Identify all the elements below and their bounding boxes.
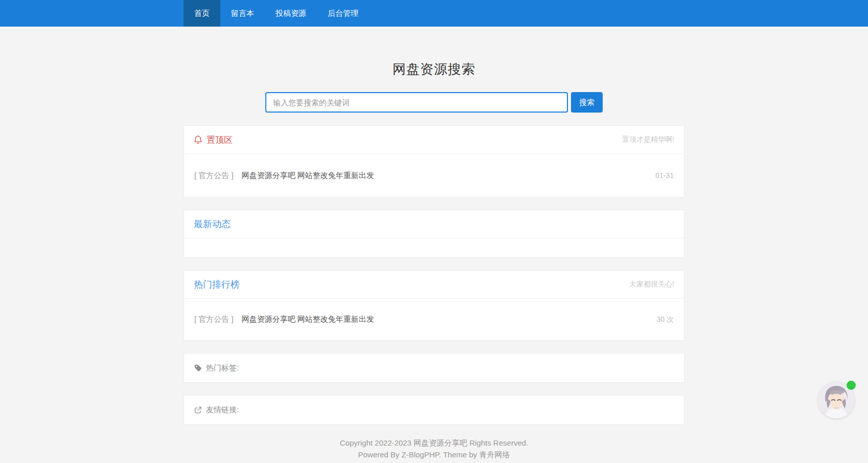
bell-icon [194,135,202,144]
links-row: 友情链接: [184,395,684,424]
nav-item-home[interactable]: 首页 [184,0,220,27]
search-input[interactable] [265,92,568,113]
panel-pinned-title-text: 置顶区 [207,134,233,146]
tag-icon [194,364,202,372]
panel-hot-hint: 大家都很关心! [629,280,674,289]
panel-latest-title: 最新动态 [194,218,231,230]
hot-list-item: [ 官方公告 ] 网盘资源分享吧 网站整改兔年重新出发 30 次 [184,299,684,340]
search-button[interactable]: 搜索 [571,92,603,113]
latest-empty-row [184,238,684,257]
panel-pinned: 置顶区 置顶才是精华啊! [ 官方公告 ] 网盘资源分享吧 网站整改兔年重新出发… [184,125,684,197]
panel-latest-header: 最新动态 [184,210,684,238]
online-status-dot [847,381,856,390]
panel-pinned-header: 置顶区 置顶才是精华啊! [184,126,684,154]
nav-item-submit-resource[interactable]: 投稿资源 [265,0,317,27]
panel-hot-title-text: 热门排行榜 [194,278,240,291]
post-title-link[interactable]: 网盘资源分享吧 网站整改兔年重新出发 [242,171,656,181]
links-label: 友情链接: [206,405,239,415]
footer: Copyright 2022-2023 网盘资源分享吧 Rights Reser… [184,437,684,460]
nav-menu: 首页 留言本 投稿资源 后台管理 [184,0,684,27]
post-title-link[interactable]: 网盘资源分享吧 网站整改兔年重新出发 [242,315,657,324]
nav-item-admin[interactable]: 后台管理 [317,0,369,27]
post-date: 01-31 [655,171,674,180]
chat-widget[interactable] [818,382,855,418]
panel-hot-header: 热门排行榜 大家都很关心! [184,271,684,299]
nav-item-guestbook[interactable]: 留言本 [220,0,265,27]
main-content: 置顶区 置顶才是精华啊! [ 官方公告 ] 网盘资源分享吧 网站整改兔年重新出发… [184,125,684,460]
external-link-icon [194,406,202,414]
panel-pinned-hint: 置顶才是精华啊! [622,135,674,144]
panel-links: 友情链接: [184,395,684,425]
post-view-count: 30 次 [657,315,674,324]
footer-copyright: Copyright 2022-2023 网盘资源分享吧 Rights Reser… [184,437,684,449]
footer-powered-by: Powered By Z-BlogPHP. Theme by 青舟网络 [184,449,684,460]
pinned-list-item: [ 官方公告 ] 网盘资源分享吧 网站整改兔年重新出发 01-31 [184,154,684,197]
panel-latest-title-text: 最新动态 [194,218,231,230]
tags-label: 热门标签: [206,363,239,373]
post-category: [ 官方公告 ] [194,171,234,181]
panel-hot-title: 热门排行榜 [194,278,240,291]
panel-tags: 热门标签: [184,353,684,383]
page-title: 网盘资源搜索 [0,27,868,78]
panel-latest: 最新动态 [184,210,684,258]
search-bar: 搜索 [0,92,868,113]
top-navbar: 首页 留言本 投稿资源 后台管理 [0,0,868,27]
post-category: [ 官方公告 ] [194,315,234,324]
panel-pinned-title: 置顶区 [194,134,233,146]
tags-row: 热门标签: [184,354,684,382]
panel-hot: 热门排行榜 大家都很关心! [ 官方公告 ] 网盘资源分享吧 网站整改兔年重新出… [184,270,684,341]
